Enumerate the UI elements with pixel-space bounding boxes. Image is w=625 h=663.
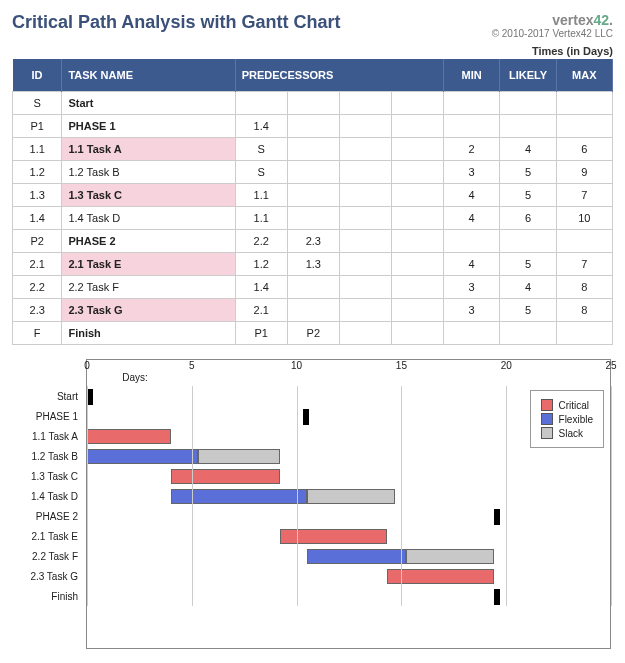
page-title: Critical Path Analysis with Gantt Chart bbox=[12, 12, 340, 33]
col-id: ID bbox=[13, 59, 62, 92]
col-likely: LIKELY bbox=[500, 59, 556, 92]
table-row: FFinishP1P2 bbox=[13, 322, 613, 345]
gantt-bar bbox=[406, 549, 494, 564]
gantt-bar bbox=[303, 409, 309, 425]
gantt-row-label: 2.3 Task G bbox=[12, 567, 82, 587]
times-label: Times (in Days) bbox=[12, 39, 613, 59]
table-header-row: ID TASK NAME PREDECESSORS MIN LIKELY MAX bbox=[13, 59, 613, 92]
col-min: MIN bbox=[443, 59, 499, 92]
table-row: 1.31.3 Task C1.1457 bbox=[13, 184, 613, 207]
gantt-bar bbox=[87, 449, 198, 464]
gantt-row-label: 1.3 Task C bbox=[12, 467, 82, 487]
table-row: SStart bbox=[13, 92, 613, 115]
table-row: 1.11.1 Task AS246 bbox=[13, 138, 613, 161]
gantt-bar bbox=[307, 489, 395, 504]
col-pred: PREDECESSORS bbox=[235, 59, 443, 92]
task-table: ID TASK NAME PREDECESSORS MIN LIKELY MAX… bbox=[12, 59, 613, 345]
gantt-chart: StartPHASE 11.1 Task A1.2 Task B1.3 Task… bbox=[12, 359, 613, 649]
table-row: P1PHASE 11.4 bbox=[13, 115, 613, 138]
gantt-bar bbox=[307, 549, 406, 564]
table-row: P2PHASE 22.22.3 bbox=[13, 230, 613, 253]
gantt-row-label: 1.4 Task D bbox=[12, 487, 82, 507]
gantt-bar bbox=[494, 509, 500, 525]
table-row: 2.12.1 Task E1.21.3457 bbox=[13, 253, 613, 276]
table-row: 2.22.2 Task F1.4348 bbox=[13, 276, 613, 299]
col-max: MAX bbox=[556, 59, 612, 92]
legend-swatch-critical bbox=[541, 399, 553, 411]
gantt-bar bbox=[171, 469, 280, 484]
table-row: 1.41.4 Task D1.14610 bbox=[13, 207, 613, 230]
gantt-bar bbox=[87, 429, 171, 444]
gantt-row-label: 1.1 Task A bbox=[12, 427, 82, 447]
gantt-row-label: 2.1 Task E bbox=[12, 527, 82, 547]
col-task: TASK NAME bbox=[62, 59, 235, 92]
copyright: © 2010-2017 Vertex42 LLC bbox=[492, 28, 613, 39]
gantt-row-label: 1.2 Task B bbox=[12, 447, 82, 467]
brand-block: vertex42. © 2010-2017 Vertex42 LLC bbox=[492, 12, 613, 39]
table-row: 1.21.2 Task BS359 bbox=[13, 161, 613, 184]
legend-swatch-flexible bbox=[541, 413, 553, 425]
legend: Critical Flexible Slack bbox=[530, 390, 604, 448]
table-row: 2.32.3 Task G2.1358 bbox=[13, 299, 613, 322]
gantt-row-label: PHASE 1 bbox=[12, 407, 82, 427]
legend-swatch-slack bbox=[541, 427, 553, 439]
gantt-bar bbox=[387, 569, 494, 584]
gantt-row-label: 2.2 Task F bbox=[12, 547, 82, 567]
gantt-row-label: PHASE 2 bbox=[12, 507, 82, 527]
gantt-bar bbox=[198, 449, 280, 464]
gantt-row-label: Finish bbox=[12, 587, 82, 607]
gantt-bar bbox=[494, 589, 500, 605]
gantt-row-label: Start bbox=[12, 387, 82, 407]
